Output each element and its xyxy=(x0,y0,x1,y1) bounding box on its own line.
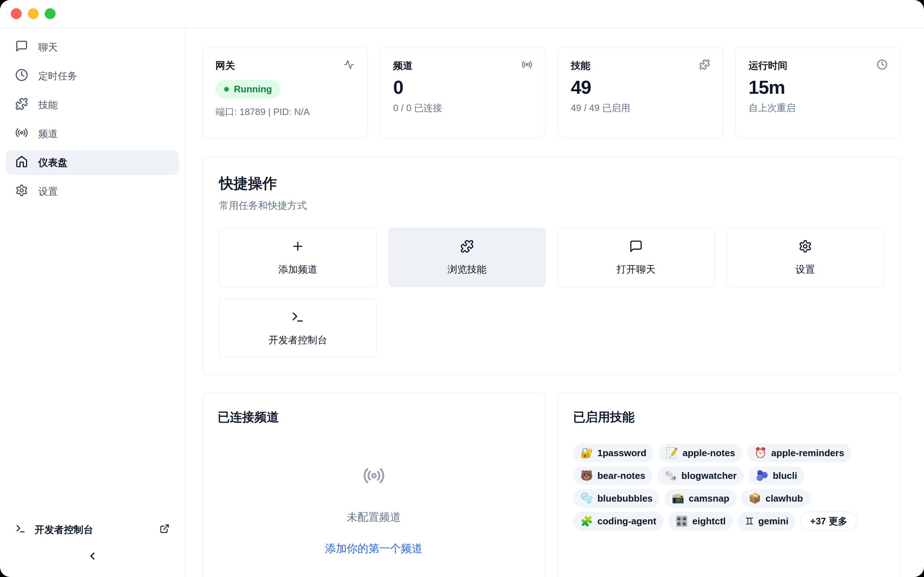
skill-chip-label: coding-agent xyxy=(597,516,656,527)
button-label: 开发者控制台 xyxy=(268,334,327,347)
puzzle-icon xyxy=(460,239,474,256)
stat-subtext: 0 / 0 已连接 xyxy=(393,102,532,114)
sidebar-item-scheduled-tasks[interactable]: 定时任务 xyxy=(6,64,179,89)
browse-skills-button[interactable]: 浏览技能 xyxy=(388,228,546,287)
sidebar-item-label: 技能 xyxy=(38,98,58,111)
skill-chip[interactable]: 🎛️ eightctl xyxy=(668,512,733,531)
clock-icon xyxy=(15,69,28,84)
app-window: 聊天 定时任务 技能 频道 xyxy=(0,0,924,577)
stats-row: 网关 Running 端口: 18789 | PID: N/A 频道 xyxy=(202,47,901,139)
traffic-lights xyxy=(11,8,56,19)
clock-icon xyxy=(877,59,888,71)
stat-card-channels: 频道 0 0 / 0 已连接 xyxy=(380,47,545,139)
window-titlebar[interactable] xyxy=(0,0,924,28)
add-first-channel-link[interactable]: 添加你的第一个频道 xyxy=(325,541,423,556)
quick-actions-card: 快捷操作 常用任务和快捷方式 添加频道 浏览技能 xyxy=(202,156,901,375)
main-scroll-area[interactable]: 网关 Running 端口: 18789 | PID: N/A 频道 xyxy=(185,28,924,577)
sidebar-item-settings[interactable]: 设置 xyxy=(6,179,179,204)
skill-chip[interactable]: 🔐 1password xyxy=(573,443,654,462)
more-skills-chip[interactable]: +37 更多 xyxy=(800,512,857,531)
status-badge-label: Running xyxy=(234,84,272,95)
skill-emoji-icon: 🗞️ xyxy=(664,469,677,482)
plus-icon xyxy=(291,239,305,256)
more-skills-label: +37 更多 xyxy=(810,515,847,528)
skill-emoji-icon: 🔐 xyxy=(580,447,593,459)
status-badge: Running xyxy=(215,80,281,98)
skill-emoji-icon: 🫧 xyxy=(580,492,593,504)
button-label: 设置 xyxy=(795,263,815,276)
skill-chip[interactable]: 📝 apple-notes xyxy=(658,443,743,462)
skill-chip-label: blogwatcher xyxy=(682,470,737,482)
minimize-button[interactable] xyxy=(28,8,39,19)
skill-chip-label: apple-notes xyxy=(683,448,735,459)
external-link-icon[interactable] xyxy=(160,524,170,536)
open-chat-button[interactable]: 打开聊天 xyxy=(557,228,715,287)
status-dot xyxy=(224,87,229,92)
stat-value: 0 xyxy=(393,76,532,98)
skill-chip[interactable]: 🐻 bear-notes xyxy=(573,466,653,485)
sidebar-collapse-button[interactable] xyxy=(6,542,179,572)
skill-chip[interactable]: 🗞️ blogwatcher xyxy=(657,466,744,485)
sidebar-item-channels[interactable]: 频道 xyxy=(6,121,179,146)
terminal-icon xyxy=(15,523,26,537)
skill-chip-label: 1password xyxy=(597,448,646,459)
sidebar-item-skills[interactable]: 技能 xyxy=(6,93,179,117)
dev-console-button[interactable]: 开发者控制台 xyxy=(6,518,179,542)
skill-chips: 🔐 1password 📝 apple-notes ⏰ appl xyxy=(573,443,885,531)
enabled-skills-panel: 已启用技能 🔐 1password 📝 apple-notes xyxy=(558,393,901,577)
chat-icon xyxy=(629,239,643,256)
skill-emoji-icon: 📦 xyxy=(749,492,761,504)
close-button[interactable] xyxy=(11,8,22,19)
skill-emoji-icon: 🧩 xyxy=(580,515,593,528)
skill-emoji-icon: ♊ xyxy=(745,515,754,528)
skill-emoji-icon: 📸 xyxy=(672,492,684,504)
skill-chip-label: apple-reminders xyxy=(771,448,844,459)
stat-title: 技能 xyxy=(571,59,591,72)
add-channel-button[interactable]: 添加频道 xyxy=(219,228,377,287)
radio-icon xyxy=(15,126,28,142)
sidebar-item-chat[interactable]: 聊天 xyxy=(6,35,179,60)
puzzle-icon xyxy=(699,59,710,71)
stat-title: 网关 xyxy=(215,59,235,72)
skill-chip-label: gemini xyxy=(758,516,789,527)
dev-console-quick-button[interactable]: 开发者控制台 xyxy=(219,298,377,358)
zoom-button[interactable] xyxy=(45,8,56,19)
stat-subtext: 端口: 18789 | PID: N/A xyxy=(215,106,354,118)
skill-chip-label: bluebubbles xyxy=(597,493,653,504)
stat-subtext: 自上次重启 xyxy=(749,102,888,114)
skill-chip[interactable]: 📦 clawhub xyxy=(741,489,810,508)
empty-state-text: 未配置频道 xyxy=(347,510,401,525)
skill-chip[interactable]: 🫐 blucli xyxy=(749,466,804,485)
skill-chip[interactable]: 🧩 coding-agent xyxy=(573,512,663,531)
gear-icon xyxy=(798,239,812,256)
skill-emoji-icon: 🐻 xyxy=(580,469,593,482)
puzzle-icon xyxy=(15,97,28,113)
skill-chip[interactable]: ⏰ apple-reminders xyxy=(747,443,851,462)
sidebar-footer: 开发者控制台 xyxy=(6,518,179,572)
bottom-panels: 已连接频道 未配置频道 添加你的第一个频道 已启用技能 � xyxy=(202,393,901,577)
settings-button[interactable]: 设置 xyxy=(727,228,884,287)
quick-actions-grid: 添加频道 浏览技能 打开聊天 xyxy=(219,228,884,358)
skill-emoji-icon: 🎛️ xyxy=(675,515,688,528)
sidebar-item-label: 设置 xyxy=(38,185,58,198)
sidebar: 聊天 定时任务 技能 频道 xyxy=(0,28,185,577)
stat-card-uptime: 运行时间 15m 自上次重启 xyxy=(735,47,901,139)
skill-chip-label: clawhub xyxy=(766,493,803,504)
skill-chip[interactable]: ♊ gemini xyxy=(738,512,796,531)
stat-title: 运行时间 xyxy=(749,59,788,72)
skill-chip-label: blucli xyxy=(773,470,797,482)
skill-chip[interactable]: 📸 camsnap xyxy=(664,489,737,508)
skill-chip-label: eightctl xyxy=(692,516,725,527)
sidebar-item-label: 仪表盘 xyxy=(38,156,68,169)
skill-emoji-icon: ⏰ xyxy=(754,447,767,459)
quick-actions-subtitle: 常用任务和快捷方式 xyxy=(219,199,884,212)
dev-console-label: 开发者控制台 xyxy=(35,523,93,536)
stat-card-gateway: 网关 Running 端口: 18789 | PID: N/A xyxy=(202,47,368,139)
gear-icon xyxy=(15,184,28,200)
stat-value: 15m xyxy=(749,76,888,98)
skill-chip[interactable]: 🫧 bluebubbles xyxy=(573,489,660,508)
button-label: 浏览技能 xyxy=(447,263,486,276)
sidebar-item-label: 聊天 xyxy=(38,41,58,54)
sidebar-item-dashboard[interactable]: 仪表盘 xyxy=(6,150,179,175)
skill-chip-label: bear-notes xyxy=(597,470,645,482)
